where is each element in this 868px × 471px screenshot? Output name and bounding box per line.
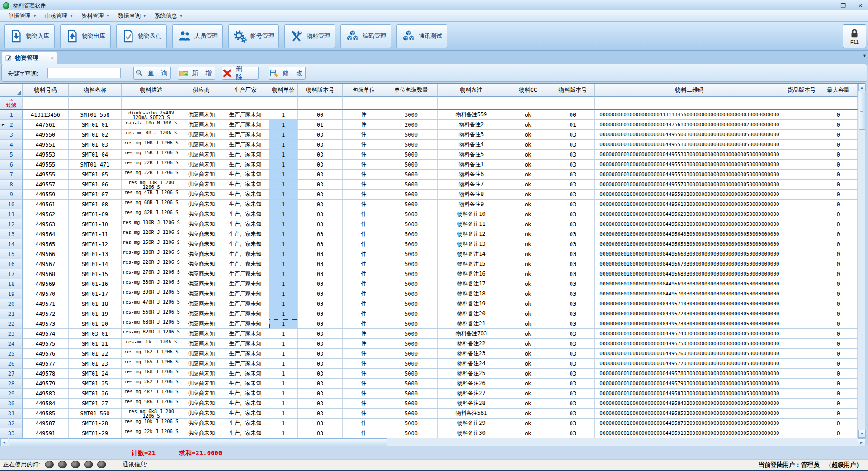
column-header-unit[interactable]: 包装单位 <box>343 84 385 97</box>
row-header[interactable]: 21 <box>0 309 23 319</box>
cell-qc[interactable]: ok <box>505 299 551 309</box>
cell-name[interactable]: SMT01-18 <box>69 299 122 309</box>
delete-button[interactable]: 删 除 <box>222 67 259 80</box>
cell-supplier[interactable]: 供应商未知 <box>181 130 222 140</box>
cell-goodsver[interactable] <box>784 259 819 269</box>
scroll-down-icon[interactable]: ▼ <box>858 430 866 438</box>
cell-supplier[interactable]: 供应商未知 <box>181 369 222 379</box>
column-header-goodsver[interactable]: 货品版本号 <box>784 84 819 97</box>
cell-qc[interactable]: ok <box>505 140 551 150</box>
cell-code[interactable]: 449591 <box>23 428 69 438</box>
cell-goodsver[interactable] <box>784 409 819 419</box>
row-header[interactable]: 32 <box>0 419 23 428</box>
cell-cap[interactable]: 0 <box>819 359 858 369</box>
cell-qty[interactable]: 5000 <box>385 359 438 369</box>
row-header[interactable]: 26 <box>0 359 23 369</box>
cell-ver[interactable]: 03 <box>298 150 343 160</box>
cell-cap[interactable]: 0 <box>819 289 858 299</box>
column-header-qty[interactable]: 单位包装数量 <box>385 84 438 97</box>
cell-qr[interactable]: 0000000001000000000000449562030000000000… <box>595 209 784 219</box>
cell-price[interactable]: 1 <box>269 200 298 209</box>
cell-desc[interactable]: res-mg 330R J 1206 S <box>122 279 181 289</box>
column-header-qc[interactable]: 物料QC <box>505 84 551 97</box>
cell-ver[interactable]: 03 <box>298 349 343 359</box>
cell-maker[interactable]: 生产厂家未知 <box>222 180 269 190</box>
cell-qty[interactable]: 5000 <box>385 289 438 299</box>
cell-code[interactable]: 449569 <box>23 279 69 289</box>
cell-remark[interactable]: 物料备注2 <box>438 120 505 130</box>
cell-qc[interactable]: ok <box>505 150 551 160</box>
row-header[interactable]: 19 <box>0 289 23 299</box>
cell-supplier[interactable]: 供应商未知 <box>181 229 222 239</box>
cell-desc[interactable]: res-mg 560R J 1206 S <box>122 309 181 319</box>
cell-ver2[interactable]: 03 <box>551 379 595 389</box>
cell-ver[interactable]: 03 <box>298 419 343 428</box>
cell-price[interactable]: 1 <box>269 249 298 259</box>
cell-ver2[interactable]: 01 <box>551 120 595 130</box>
cell-desc[interactable]: res-mg 150R J 1206 S <box>122 239 181 249</box>
row-header[interactable]: 5 <box>0 150 23 160</box>
cell-ver[interactable]: 03 <box>298 239 343 249</box>
cell-code[interactable]: 449585 <box>23 409 69 419</box>
cell-goodsver[interactable] <box>784 399 819 409</box>
cell-supplier[interactable]: 供应商未知 <box>181 150 222 160</box>
cell-name[interactable]: SMT01-28 <box>69 419 122 428</box>
cell-qr[interactable]: 0000000001000000000000449587030000000000… <box>595 419 784 428</box>
row-header[interactable]: 9 <box>0 190 23 200</box>
cell-cap[interactable]: 0 <box>819 249 858 259</box>
cell-cap[interactable]: 0 <box>819 379 858 389</box>
cell-qr[interactable]: 0000000001000000000000449572030000000000… <box>595 309 784 319</box>
cell-ver2[interactable]: 03 <box>551 239 595 249</box>
cell-desc[interactable]: res-mg 820R J 1206 S <box>122 329 181 339</box>
cell-maker[interactable]: 生产厂家未知 <box>222 419 269 428</box>
cell-maker[interactable]: 生产厂家未知 <box>222 309 269 319</box>
cell-supplier[interactable]: 供应商未知 <box>181 259 222 269</box>
cell-goodsver[interactable] <box>784 200 819 209</box>
cell-remark[interactable]: 物料备注5 <box>438 150 505 160</box>
cell-desc[interactable]: res-mg 470R J 1206 S <box>122 299 181 309</box>
cell-qty[interactable]: 5000 <box>385 259 438 269</box>
cell-name[interactable]: SMT01-23 <box>69 359 122 369</box>
filter-cell-supplier[interactable] <box>181 97 222 110</box>
cell-name[interactable]: SMT01-05 <box>69 170 122 180</box>
cell-qc[interactable]: ok <box>505 269 551 279</box>
cell-code[interactable]: 449572 <box>23 309 69 319</box>
close-icon[interactable]: ✕ <box>856 2 865 9</box>
cell-qr[interactable]: 0000000001000000000000449553030000000000… <box>595 150 784 160</box>
cell-supplier[interactable]: 供应商未知 <box>181 329 222 339</box>
row-header[interactable]: 4 <box>0 140 23 150</box>
cell-supplier[interactable]: 供应商未知 <box>181 239 222 249</box>
cell-goodsver[interactable] <box>784 239 819 249</box>
minimize-icon[interactable]: – <box>821 2 830 9</box>
cell-maker[interactable]: 生产厂家未知 <box>222 190 269 200</box>
cell-ver[interactable]: 03 <box>298 399 343 409</box>
cell-price[interactable]: 1 <box>269 219 298 229</box>
cell-remark[interactable]: 物料备注13 <box>438 239 505 249</box>
cell-unit[interactable]: 件 <box>343 339 385 349</box>
cell-ver2[interactable]: 03 <box>551 359 595 369</box>
cell-price[interactable]: 1 <box>269 150 298 160</box>
cell-qr[interactable]: 0000000001000000000000449570030000000000… <box>595 289 784 299</box>
cell-maker[interactable]: 生产厂家未知 <box>222 369 269 379</box>
cell-goodsver[interactable] <box>784 160 819 170</box>
cell-code[interactable]: 449577 <box>23 359 69 369</box>
cell-ver2[interactable]: 03 <box>551 209 595 219</box>
cell-supplier[interactable]: 供应商未知 <box>181 269 222 279</box>
cell-code[interactable]: 449564 <box>23 229 69 239</box>
cell-price[interactable]: 1 <box>269 259 298 269</box>
cell-qty[interactable]: 5000 <box>385 299 438 309</box>
cell-ver[interactable]: 03 <box>298 170 343 180</box>
cell-price[interactable]: 1 <box>269 389 298 399</box>
cell-remark[interactable]: 物料备注16 <box>438 269 505 279</box>
tabstrip-overflow-icon[interactable]: ▼ <box>863 53 867 58</box>
menu-item-orders[interactable]: 单据管理▼ <box>4 11 41 21</box>
column-header-code[interactable]: 物料号码 <box>23 84 69 97</box>
cell-qty[interactable]: 5000 <box>385 369 438 379</box>
cell-name[interactable]: SMT01-07 <box>69 190 122 200</box>
cell-cap[interactable]: 0 <box>819 319 858 329</box>
cell-ver[interactable]: 03 <box>298 369 343 379</box>
maximize-icon[interactable]: ❐ <box>839 2 848 9</box>
row-header[interactable]: 20 <box>0 299 23 309</box>
cell-goodsver[interactable] <box>784 219 819 229</box>
cell-cap[interactable]: 0 <box>819 419 858 428</box>
